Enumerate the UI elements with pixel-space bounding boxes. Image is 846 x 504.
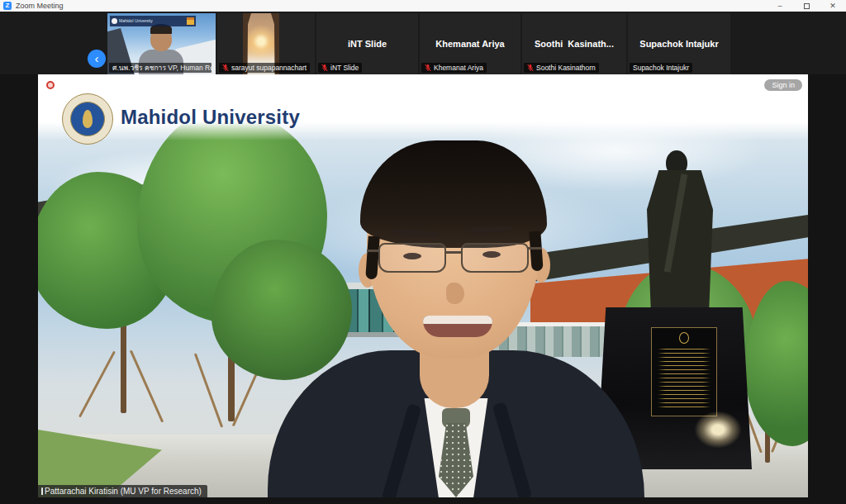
participant-name-label: Soothi Kasinathorn xyxy=(524,63,599,73)
participant-name-text: iNT Slide xyxy=(330,63,359,73)
thumb1-banner-text: Mahidol University xyxy=(119,19,153,23)
speaker-nose xyxy=(446,283,464,304)
mahidol-wordmark: Mahidol University xyxy=(121,106,300,129)
window-title: Zoom Meeting xyxy=(16,2,64,10)
sign-in-button-in-video: Sign in xyxy=(764,79,802,91)
mahidol-logo-flame xyxy=(83,110,93,128)
participant-name-text: Khemanat Ariya xyxy=(434,63,483,73)
glasses-temple-right xyxy=(527,247,542,250)
mahidol-mini-logo-icon xyxy=(112,18,117,24)
active-speaker-name-label: Pattarachai Kiratisin (MU VP for Researc… xyxy=(38,485,207,497)
maximize-icon xyxy=(804,3,810,9)
speaker-teeth xyxy=(423,316,492,324)
muted-mic-icon xyxy=(222,64,229,72)
participant-filmstrip: ‹ Mahidol University ศ.นพ.วชิร คชการ VP,… xyxy=(0,12,846,74)
muted-mic-icon xyxy=(527,64,534,72)
muted-mic-icon xyxy=(321,64,328,72)
participant-thumbnail-soothi[interactable]: Soothi Kasinath... Soothi Kasinathorn xyxy=(522,13,626,74)
participant-thumbnail-sarayut[interactable]: sarayut supapannachart xyxy=(217,13,315,74)
mahidol-logo-icon xyxy=(62,93,113,145)
participant-thumbnail-supachok[interactable]: Supachok Intajukr Supachok Intajukr xyxy=(628,13,730,74)
active-speaker-video: Mahidol University Sign in xyxy=(38,74,808,497)
participant-name-label: Khemanat Ariya xyxy=(421,63,487,73)
participant-name-text: sarayut supapannachart xyxy=(231,63,307,73)
previous-participants-button[interactable]: ‹ xyxy=(88,50,106,68)
participant-thumbnail-khemanat[interactable]: Khemanat Ariya Khemanat Ariya xyxy=(420,13,520,74)
window-controls: – ✕ xyxy=(767,0,846,12)
glasses-temple-left xyxy=(367,250,380,252)
minimize-button[interactable]: – xyxy=(767,0,793,12)
plaque-inscription xyxy=(658,349,711,410)
participant-name-text: Supachok Intajukr xyxy=(633,63,689,73)
title-bar: Z Zoom Meeting – ✕ xyxy=(0,0,846,12)
mahidol-logo-inner xyxy=(70,102,105,136)
muted-mic-icon xyxy=(425,64,431,72)
participant-name-label: iNT Slide xyxy=(318,63,362,73)
award-badge-icon xyxy=(187,17,194,25)
main-stage: Mahidol University Sign in xyxy=(0,74,846,504)
active-speaker-name-text: Pattarachai Kiratisin (MU VP for Researc… xyxy=(45,487,202,496)
glasses-bridge xyxy=(444,251,463,254)
glasses-lens-right xyxy=(461,243,529,273)
maximize-button[interactable] xyxy=(793,0,820,12)
plaque-seal-icon xyxy=(679,332,689,344)
campus-tree xyxy=(212,240,352,380)
recording-dot-icon xyxy=(46,81,55,89)
participant-name-label: sarayut supapannachart xyxy=(219,63,310,73)
zoom-meeting-window: Z Zoom Meeting – ✕ ‹ Mahidol University … xyxy=(0,0,846,504)
participant-name-text: Soothi Kasinathorn xyxy=(536,63,596,73)
participant-name-text: ศ.นพ.วชิร คชการ VP, Human Reso... xyxy=(112,63,212,73)
thumb1-virtual-bg-banner: Mahidol University xyxy=(110,16,196,26)
participant-thumbnail-int-slide[interactable]: iNT Slide iNT Slide xyxy=(316,13,418,74)
glasses-lens-left xyxy=(378,243,446,273)
participant-name-label: Supachok Intajukr xyxy=(630,63,692,73)
zoom-app-icon: Z xyxy=(3,2,12,10)
participant-name-label: ศ.นพ.วชิร คชการ VP, Human Reso... xyxy=(109,63,212,73)
participant-thumbnail-vp-hr[interactable]: Mahidol University ศ.นพ.วชิร คชการ VP, H… xyxy=(107,13,216,74)
close-button[interactable]: ✕ xyxy=(820,0,846,12)
ground-lamp-glow xyxy=(695,411,741,448)
speaker-mouth xyxy=(423,316,492,337)
